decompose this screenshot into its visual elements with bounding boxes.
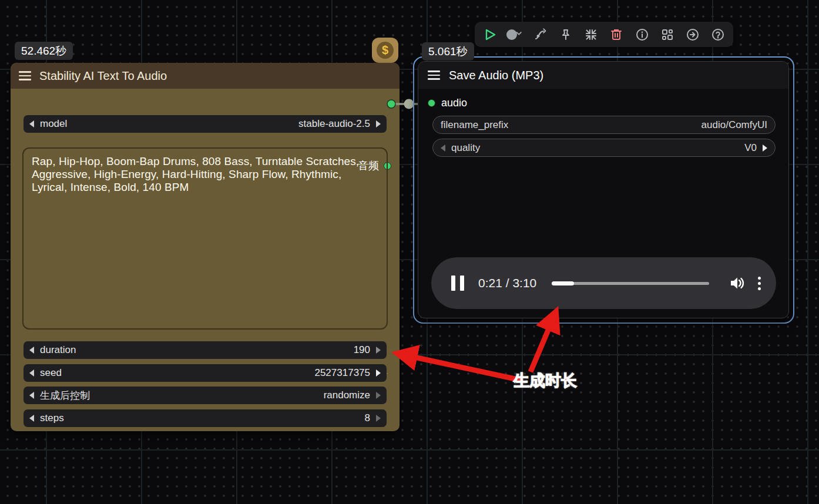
player-seek-bar[interactable] xyxy=(552,282,709,285)
pause-button[interactable] xyxy=(451,275,464,291)
filename-prefix-widget[interactable]: filename_prefix audio/ComfyUI xyxy=(432,116,776,134)
decrement-arrow[interactable] xyxy=(29,120,34,127)
collapse-icon[interactable] xyxy=(581,25,601,45)
node-menu-icon[interactable] xyxy=(19,71,31,80)
audio-input-slot[interactable]: audio xyxy=(428,97,467,109)
save-node-title: Save Audio (MP3) xyxy=(449,69,543,82)
run-play-icon[interactable] xyxy=(480,25,500,45)
increment-arrow[interactable] xyxy=(376,415,381,422)
player-progress-played xyxy=(552,281,573,285)
api-cost-badge: $ xyxy=(372,38,398,63)
canvas-toolbar xyxy=(475,22,733,47)
volume-icon[interactable] xyxy=(729,276,745,290)
control-after-generate-widget[interactable]: 生成后控制 randomize xyxy=(24,387,387,404)
player-time: 0:21 / 3:10 xyxy=(478,276,536,290)
model-widget[interactable]: model stable-audio-2.5 xyxy=(24,115,387,133)
steps-widget[interactable]: steps 8 xyxy=(24,409,387,427)
next-option-arrow[interactable] xyxy=(763,145,767,152)
save-exec-time-badge: 5.061秒 xyxy=(422,42,474,61)
node-save-audio-mp3[interactable]: Save Audio (MP3) audio filename_prefix a… xyxy=(418,61,789,318)
audio-input-label: audio xyxy=(441,97,467,109)
player-menu-icon[interactable] xyxy=(758,277,761,290)
prompt-textarea[interactable]: Rap, Hip-Hop, Boom-Bap Drums, 808 Bass, … xyxy=(22,147,388,330)
link-midpoint-dot xyxy=(404,99,414,109)
save-node-header[interactable]: Save Audio (MP3) xyxy=(418,62,788,89)
output-port-dot xyxy=(387,100,395,108)
tta-node-title: Stability AI Text To Audio xyxy=(39,69,167,83)
quality-widget[interactable]: quality V0 xyxy=(432,139,776,157)
share-icon[interactable] xyxy=(683,25,703,45)
decrement-arrow[interactable] xyxy=(29,347,34,354)
annotation-label: 生成时长 xyxy=(513,370,577,391)
seed-widget[interactable]: seed 2527317375 xyxy=(24,364,387,382)
decrement-arrow[interactable] xyxy=(29,369,34,377)
run-state-icon[interactable] xyxy=(505,25,525,45)
prev-option-arrow[interactable] xyxy=(441,145,445,152)
help-icon[interactable] xyxy=(708,25,728,45)
pin-icon[interactable] xyxy=(556,25,576,45)
audio-player[interactable]: 0:21 / 3:10 xyxy=(431,257,776,309)
dollar-icon: $ xyxy=(377,42,394,59)
increment-arrow[interactable] xyxy=(376,347,381,354)
prev-option-arrow[interactable] xyxy=(29,392,34,399)
link-style-icon[interactable] xyxy=(531,25,551,45)
input-port-dot[interactable] xyxy=(428,99,435,107)
increment-arrow[interactable] xyxy=(376,120,381,127)
increment-arrow[interactable] xyxy=(376,369,381,377)
node-stability-text-to-audio[interactable]: Stability AI Text To Audio 音频 model stab… xyxy=(11,63,400,431)
node-graph-canvas[interactable]: 52.462秒 $ Stability AI Text To Audio 音频 … xyxy=(0,0,819,504)
decrement-arrow[interactable] xyxy=(29,415,34,422)
info-icon[interactable] xyxy=(632,25,652,45)
tta-exec-time-badge: 52.462秒 xyxy=(15,42,73,60)
node-menu-icon[interactable] xyxy=(428,70,440,80)
tta-node-header[interactable]: Stability AI Text To Audio xyxy=(11,63,400,89)
clear-icon[interactable] xyxy=(606,25,626,45)
duration-widget[interactable]: duration 190 xyxy=(24,341,387,359)
layout-icon[interactable] xyxy=(657,25,677,45)
next-option-arrow[interactable] xyxy=(376,392,381,399)
